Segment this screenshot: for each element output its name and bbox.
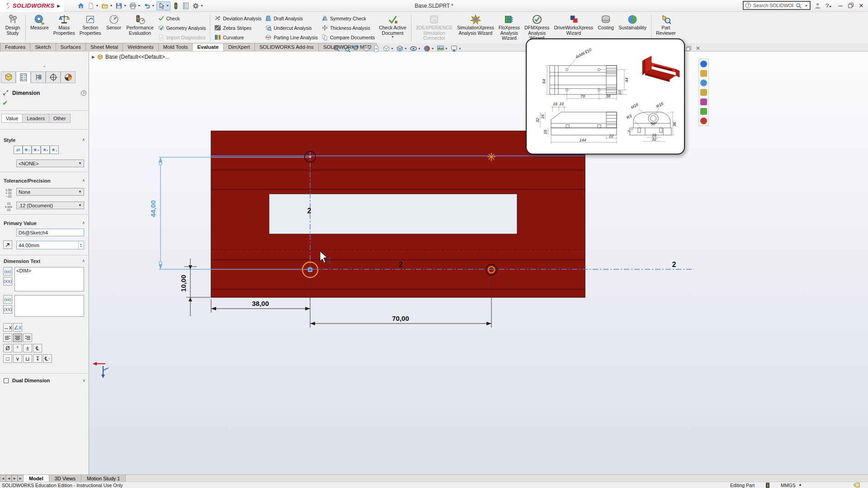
angle-text-button[interactable]: ∠x [13, 323, 22, 332]
tab-features[interactable]: Features [0, 43, 30, 51]
geometry-analysis-button[interactable]: Geometry Analysis [158, 23, 206, 33]
restore-button[interactable] [848, 3, 854, 8]
primary-value-input[interactable]: 44.00mm▲▼ [16, 241, 84, 249]
design-study-button[interactable]: Design Study [2, 13, 23, 37]
add-parenthesis-button[interactable]: (xx) [3, 267, 12, 276]
open-button[interactable]: ▼ [100, 1, 113, 10]
tab-surfaces[interactable]: Surfaces [56, 43, 86, 51]
dimension-text-below-area[interactable] [14, 295, 84, 317]
undercut-analysis-button[interactable]: Undercut Analysis [265, 23, 317, 33]
help-button[interactable]: ?▼ [825, 2, 833, 9]
caret-icon[interactable]: ▼ [95, 4, 99, 7]
tolerance-section-header[interactable]: Tolerance/Precision [4, 178, 51, 183]
parting-line-analysis-button[interactable]: Parting Line Analysis [265, 33, 317, 42]
square-symbol-button[interactable]: □ [3, 354, 12, 363]
logo-expand-arrow[interactable]: ▶ [57, 4, 61, 8]
taskpane-home-icon[interactable] [700, 61, 707, 67]
caret-icon[interactable]: ▼ [445, 47, 448, 50]
primary-value-section-header[interactable]: Primary Value [4, 221, 37, 226]
zoom-to-fit-button[interactable] [332, 44, 341, 52]
tolerance-dropdown[interactable]: None▼ [16, 188, 84, 196]
save-button[interactable]: ▼ [114, 1, 127, 10]
collapse-chevron-icon[interactable]: ∧ [82, 221, 85, 225]
panel-help-icon[interactable]: ? [81, 90, 86, 96]
sustainability-button[interactable]: Sustainability [616, 13, 649, 32]
symmetry-check-button[interactable]: Symmetry Check [321, 14, 375, 23]
style-dropdown[interactable]: <NONE>▼ [16, 160, 84, 167]
feature-tree-breadcrumb[interactable]: ▶ Base (Default<<Default>... [92, 54, 170, 60]
ok-button[interactable]: ✔ [2, 99, 8, 107]
caret-icon[interactable]: ▼ [166, 4, 169, 7]
tab-sheet-metal[interactable]: Sheet Metal [85, 43, 123, 51]
user-account-icon[interactable] [814, 2, 821, 9]
home-button[interactable] [76, 1, 85, 10]
dynamic-annotation-views-button[interactable] [372, 44, 381, 52]
section-properties-button[interactable]: Section Properties [77, 13, 104, 37]
style-section-header[interactable]: Style [4, 137, 15, 143]
caret-icon[interactable]: ▼ [404, 47, 407, 50]
taskpane-palette-icon[interactable] [700, 99, 707, 105]
taskpane-folder-icon[interactable] [700, 70, 707, 77]
driveworksxpress-wizard-button[interactable]: DriveWorksXpress Wizard [552, 13, 595, 37]
collapse-chevron-icon[interactable]: ∧ [82, 137, 85, 142]
file-properties-button[interactable] [181, 1, 190, 10]
print-button[interactable]: ▼ [128, 1, 142, 10]
dimension-text-area[interactable]: <DIM> [14, 267, 84, 291]
import-diagnostics-button[interactable]: Import Diagnostics [158, 33, 206, 42]
hide-show-items-button[interactable]: ▼ [409, 44, 421, 52]
delete-style-button[interactable]: ★× [32, 145, 41, 154]
tab-sketch[interactable]: Sketch [30, 43, 56, 51]
more-symbols-button[interactable]: ℄+ [43, 354, 52, 363]
depth-symbol-button[interactable]: ↧ [33, 354, 42, 363]
save-style-button[interactable]: ★▪ [41, 145, 50, 154]
thickness-analysis-button[interactable]: Thickness Analysis [321, 23, 375, 33]
caret-icon[interactable]: ▼ [151, 4, 155, 7]
new-document-button[interactable]: ▼ [86, 1, 99, 10]
tab-configuration-manager[interactable] [31, 71, 46, 83]
caret-icon[interactable]: ▼ [200, 4, 203, 7]
doc-restore-icon[interactable] [686, 46, 691, 51]
expand-chevron-icon[interactable]: ∨ [82, 378, 85, 383]
taskpane-books-icon[interactable] [700, 89, 707, 96]
tab-dimxpert[interactable]: DimXpert [223, 43, 255, 51]
view-settings-button[interactable]: ▼ [450, 44, 462, 52]
add-parenthesis-below-button[interactable]: (xx) [3, 295, 12, 304]
add-style-button[interactable]: ★+ [23, 145, 32, 154]
check-button[interactable]: Check [158, 14, 206, 23]
dimension-name-input[interactable]: D6@Sketch4 [16, 229, 84, 236]
caret-icon[interactable]: ▼ [391, 36, 394, 38]
view-orientation-button[interactable]: ▼ [382, 44, 394, 52]
graphics-area[interactable] [89, 52, 868, 474]
apply-scene-button[interactable]: ▼ [436, 44, 448, 52]
sensor-button[interactable]: Sensor [104, 13, 124, 32]
previous-view-button[interactable] [352, 44, 361, 52]
tab-scroll-next-button[interactable]: ▶ [12, 475, 18, 482]
countersink-symbol-button[interactable]: ∨ [13, 354, 22, 363]
measure-button[interactable]: Measure [28, 13, 51, 32]
units-caret-icon[interactable]: ▲ [798, 483, 802, 487]
collapse-chevron-icon[interactable]: ∧ [82, 258, 85, 263]
3dexperience-simulation-connector-button[interactable]: 3DEXPERIENCE Simulation Connector [414, 13, 455, 42]
tab-solidworks-add-ins[interactable]: SOLIDWORKS Add-Ins [255, 43, 319, 51]
caret-icon[interactable]: ▼ [391, 47, 394, 50]
curvature-button[interactable]: Curvature [214, 33, 261, 42]
centerline-symbol-button[interactable]: ℄ [33, 344, 42, 352]
dimension-text-section-header[interactable]: Dimension Text [4, 258, 40, 264]
load-style-button[interactable]: ★↓ [50, 145, 59, 154]
performance-evaluation-button[interactable]: Performance Evaluation [124, 13, 156, 37]
mass-properties-button[interactable]: Mass Properties [51, 13, 77, 37]
tab-feature-manager[interactable] [1, 71, 16, 83]
caret-icon[interactable]: ▼ [109, 4, 113, 7]
tab-value[interactable]: Value [1, 114, 23, 123]
units-status[interactable]: MMGS [781, 483, 796, 488]
diameter-symbol-button[interactable]: Ø [3, 344, 12, 352]
compare-documents-button[interactable]: Compare Documents [321, 33, 375, 42]
panel-splitter-handle[interactable]: ● [0, 65, 89, 69]
counterbore-symbol-button[interactable]: ⊔ [23, 354, 32, 363]
align-center-button[interactable] [13, 333, 22, 342]
caret-icon[interactable]: ▼ [458, 47, 462, 50]
doc-close-icon[interactable]: ✕ [696, 45, 700, 52]
tag-icon[interactable] [854, 483, 860, 488]
offset-text-button[interactable]: ↔x [3, 323, 12, 332]
tab-leaders[interactable]: Leaders [22, 114, 49, 123]
